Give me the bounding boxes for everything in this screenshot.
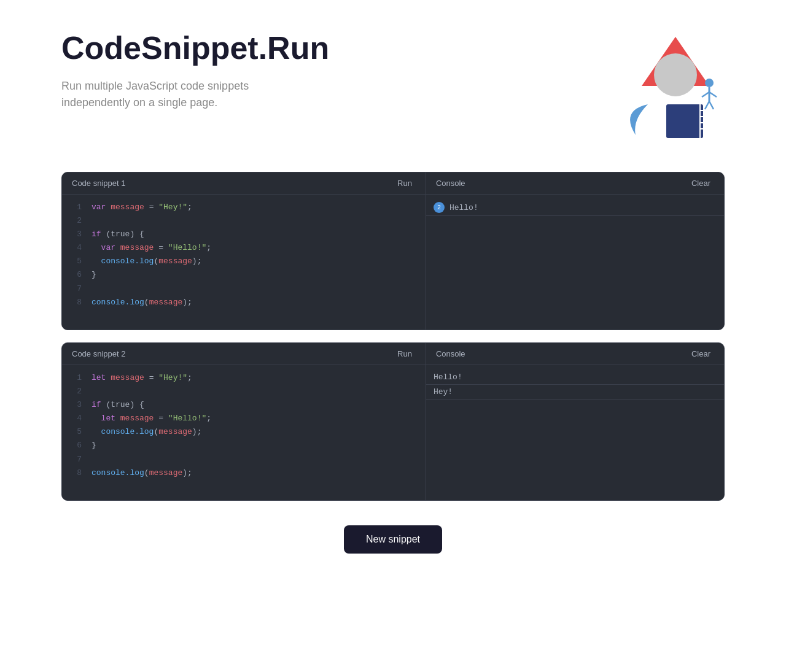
console-body-1: 2Hello! (426, 195, 724, 330)
line-number: 2 (69, 385, 82, 398)
svg-rect-2 (666, 104, 703, 138)
page-header: CodeSnippet.Run Run multiple JavaScript … (61, 31, 725, 141)
console-section-1: ConsoleClear2Hello! (426, 172, 724, 330)
line-number: 1 (69, 201, 82, 214)
console-body-2: Hello!Hey! (426, 365, 724, 500)
code-header-2: Code snippet 2Run (62, 343, 426, 365)
code-line: 2 (62, 385, 426, 398)
code-line: 6} (62, 439, 426, 452)
code-label-2: Code snippet 2 (72, 349, 125, 358)
header-left: CodeSnippet.Run Run multiple JavaScript … (61, 31, 329, 111)
line-number: 6 (69, 268, 82, 282)
svg-point-1 (654, 53, 697, 96)
line-number: 5 (69, 255, 82, 268)
line-content: console.log(message); (91, 425, 201, 439)
code-line: 3if (true) { (62, 228, 426, 241)
svg-point-9 (705, 79, 714, 87)
line-content: console.log(message); (91, 255, 201, 268)
code-line: 8console.log(message); (62, 296, 426, 309)
code-line: 4 var message = "Hello!"; (62, 241, 426, 255)
code-body-2[interactable]: 1let message = "Hey!";23if (true) {4 let… (62, 365, 426, 500)
code-label-1: Code snippet 1 (72, 179, 125, 188)
console-badge: 2 (434, 202, 445, 213)
svg-line-11 (702, 92, 709, 97)
code-line: 7 (62, 282, 426, 296)
line-number: 7 (69, 453, 82, 466)
site-subtitle: Run multiple JavaScript code snippets in… (61, 78, 295, 111)
snippet-panel-1: Code snippet 1Run1var message = "Hey!";2… (61, 172, 725, 330)
console-header-1: ConsoleClear (426, 172, 724, 195)
line-number: 8 (69, 466, 82, 480)
line-content: let message = "Hello!"; (91, 412, 211, 425)
code-line: 8console.log(message); (62, 466, 426, 480)
line-number: 4 (69, 412, 82, 425)
code-line: 7 (62, 453, 426, 466)
site-title: CodeSnippet.Run (61, 31, 329, 66)
code-line: 5 console.log(message); (62, 425, 426, 439)
code-line: 2 (62, 214, 426, 228)
run-button-2[interactable]: Run (394, 348, 416, 360)
line-number: 8 (69, 296, 82, 309)
console-line: Hey! (426, 385, 724, 400)
line-number: 6 (69, 439, 82, 452)
console-output-text: Hello! (434, 373, 462, 382)
clear-button-1[interactable]: Clear (688, 177, 714, 189)
line-number: 4 (69, 241, 82, 255)
console-output-text: Hey! (434, 387, 453, 396)
code-body-1[interactable]: 1var message = "Hey!";23if (true) {4 var… (62, 195, 426, 330)
snippets-container: Code snippet 1Run1var message = "Hey!";2… (61, 172, 725, 501)
hero-illustration (602, 31, 725, 141)
console-header-2: ConsoleClear (426, 343, 724, 365)
line-number: 7 (69, 282, 82, 296)
line-number: 3 (69, 398, 82, 412)
code-line: 1var message = "Hey!"; (62, 201, 426, 214)
line-number: 1 (69, 371, 82, 385)
code-line: 4 let message = "Hello!"; (62, 412, 426, 425)
line-content: var message = "Hello!"; (91, 241, 211, 255)
console-output-text: Hello! (449, 203, 478, 212)
new-snippet-button[interactable]: New snippet (344, 525, 442, 554)
svg-line-14 (709, 101, 714, 109)
code-section-2: Code snippet 2Run1let message = "Hey!";2… (62, 343, 426, 500)
console-line: 2Hello! (426, 199, 724, 216)
line-content: if (true) { (91, 228, 144, 241)
console-label-2: Console (436, 349, 465, 358)
code-line: 3if (true) { (62, 398, 426, 412)
console-label-1: Console (436, 179, 465, 188)
svg-line-12 (709, 92, 717, 97)
line-content: var message = "Hey!"; (91, 201, 192, 214)
line-content: let message = "Hey!"; (91, 371, 192, 385)
console-line: Hello! (426, 370, 724, 385)
line-content: } (91, 268, 96, 282)
console-section-2: ConsoleClearHello!Hey! (426, 343, 724, 500)
line-content: console.log(message); (91, 296, 192, 309)
code-section-1: Code snippet 1Run1var message = "Hey!";2… (62, 172, 426, 330)
code-line: 5 console.log(message); (62, 255, 426, 268)
line-number: 2 (69, 214, 82, 228)
line-content: console.log(message); (91, 466, 192, 480)
snippet-panel-2: Code snippet 2Run1let message = "Hey!";2… (61, 342, 725, 501)
code-header-1: Code snippet 1Run (62, 172, 426, 195)
new-snippet-bar: New snippet (61, 525, 725, 554)
code-line: 6} (62, 268, 426, 282)
line-number: 3 (69, 228, 82, 241)
code-line: 1let message = "Hey!"; (62, 371, 426, 385)
run-button-1[interactable]: Run (394, 177, 416, 189)
line-number: 5 (69, 425, 82, 439)
line-content: if (true) { (91, 398, 144, 412)
clear-button-2[interactable]: Clear (688, 348, 714, 360)
line-content: } (91, 439, 96, 452)
